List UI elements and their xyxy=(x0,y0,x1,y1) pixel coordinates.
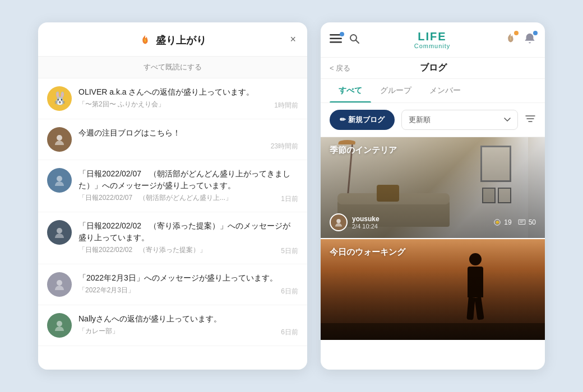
tab-メンバー[interactable]: メンバー xyxy=(420,79,470,102)
notif-time: 1日前 xyxy=(281,194,298,204)
blog-reactions: 😊 19 xyxy=(493,218,511,226)
blog-author-avatar xyxy=(330,213,348,231)
notification-item[interactable]: 今週の注目ブログはこちら！ 23時間前 xyxy=(38,119,307,160)
notif-content: OLIVER a.k.a さんへの返信が盛り上っています。 「〜第2回〜 ふりか… xyxy=(78,86,298,110)
svg-rect-6 xyxy=(330,38,342,40)
blog-list: 季節のインテリア yousuke 2/4 10:24 😊 19 xyxy=(321,137,545,370)
header-left xyxy=(330,33,360,47)
back-bar: < 戻る ブログ xyxy=(321,58,545,79)
close-button[interactable]: × xyxy=(290,34,296,44)
notif-avatar: 🐰 xyxy=(47,86,72,111)
blog-panel: LIFE Community xyxy=(321,22,545,370)
notifications-title: 盛り上がり xyxy=(139,34,206,47)
blog-comments: 50 xyxy=(517,218,536,226)
notif-sub: 「日報2022/02/07 （朝活部がどんどん盛り上...」 1日前 xyxy=(78,193,298,204)
notif-time: 1時間前 xyxy=(274,101,298,110)
notif-time: 5日前 xyxy=(281,246,298,256)
notif-text: 「日報2022/02/02 （寄り添った提案）」へのメッセージが盛り上っています… xyxy=(78,220,298,244)
blog-card[interactable]: 今日のウォーキング xyxy=(321,239,545,340)
svg-rect-7 xyxy=(330,41,342,43)
life-logo: LIFE Community xyxy=(414,30,451,49)
svg-point-1 xyxy=(57,176,62,181)
mark-read-bar[interactable]: すべて既読にする xyxy=(38,57,307,78)
flame-notification-dot xyxy=(514,31,519,35)
notification-item[interactable]: Nallyさんへの返信が盛り上っています。 「カレー部」 6日前 xyxy=(38,305,307,346)
blog-author-info: yousuke 2/4 10:24 xyxy=(352,215,488,230)
notif-sub: 「2022年2月3日」 6日前 xyxy=(78,286,298,296)
notification-item[interactable]: 「2022年2月3日」へのメッセージが盛り上っています。 「2022年2月3日」… xyxy=(38,264,307,305)
svg-point-3 xyxy=(57,280,62,286)
bell-notification-dot xyxy=(533,31,538,35)
action-bar: ✏ 新規ブログ 更新順 xyxy=(321,103,545,137)
blog-card-title: 季節のインテリア xyxy=(330,145,397,156)
new-blog-button[interactable]: ✏ 新規ブログ xyxy=(330,110,395,130)
notifications-panel: 盛り上がり × すべて既読にする 🐰 OLIVER a.k.a さんへの返信が盛… xyxy=(38,22,307,370)
app-container: 盛り上がり × すべて既読にする 🐰 OLIVER a.k.a さんへの返信が盛… xyxy=(0,0,583,392)
notif-content: 今週の注目ブログはこちら！ 23時間前 xyxy=(78,127,298,151)
menu-notification-dot xyxy=(340,32,344,36)
notif-text: Nallyさんへの返信が盛り上っています。 xyxy=(78,313,298,325)
right-header: LIFE Community xyxy=(321,22,545,58)
svg-text:😊: 😊 xyxy=(496,221,499,225)
notif-sub: 「日報2022/02/02 （寄り添った提案）」 5日前 xyxy=(78,245,298,256)
svg-point-0 xyxy=(57,135,62,141)
back-button[interactable]: < 戻る xyxy=(330,63,350,73)
tab-すべて[interactable]: すべて xyxy=(330,79,371,102)
filter-icon[interactable] xyxy=(525,114,536,126)
notif-avatar xyxy=(47,127,72,152)
svg-point-13 xyxy=(336,219,341,223)
notif-avatar xyxy=(47,168,72,193)
notif-avatar xyxy=(47,313,72,338)
notification-item[interactable]: 「日報2022/02/07 （朝活部がどんどん盛り上がってきました）」へのメッセ… xyxy=(38,160,307,212)
notif-text: 今週の注目ブログはこちら！ xyxy=(78,127,298,139)
notif-content: 「日報2022/02/07 （朝活部がどんどん盛り上がってきました）」へのメッセ… xyxy=(78,168,298,204)
notif-sub: 「〜第2回〜 ふりかえり会」 1時間前 xyxy=(78,100,298,110)
page-title: ブログ xyxy=(353,62,513,74)
fire-icon xyxy=(139,34,151,46)
notif-text: 「2022年2月3日」へのメッセージが盛り上っています。 xyxy=(78,272,298,284)
notif-sub: 23時間前 xyxy=(78,141,298,151)
tabs-row: すべてグループメンバー xyxy=(321,79,545,103)
notif-content: 「日報2022/02/02 （寄り添った提案）」へのメッセージが盛り上っています… xyxy=(78,220,298,256)
tab-グループ[interactable]: グループ xyxy=(371,79,420,102)
notifications-header: 盛り上がり × xyxy=(38,22,307,57)
notif-time: 6日前 xyxy=(281,328,298,337)
notif-content: Nallyさんへの返信が盛り上っています。 「カレー部」 6日前 xyxy=(78,313,298,337)
flame-icon[interactable] xyxy=(505,32,517,48)
notifications-list: 🐰 OLIVER a.k.a さんへの返信が盛り上っています。 「〜第2回〜 ふ… xyxy=(38,78,307,370)
notif-time: 23時間前 xyxy=(271,142,298,151)
notif-avatar xyxy=(47,272,72,297)
blog-card[interactable]: 季節のインテリア yousuke 2/4 10:24 😊 19 xyxy=(321,137,545,238)
svg-point-2 xyxy=(57,228,62,234)
notif-content: 「2022年2月3日」へのメッセージが盛り上っています。 「2022年2月3日」… xyxy=(78,272,298,296)
blog-stats: 😊 19 50 xyxy=(493,218,536,226)
svg-point-4 xyxy=(57,321,62,326)
bell-icon[interactable] xyxy=(524,32,536,48)
blog-card-title: 今日のウォーキング xyxy=(330,247,405,258)
svg-line-9 xyxy=(356,40,359,43)
notification-item[interactable]: 「日報2022/02/02 （寄り添った提案）」へのメッセージが盛り上っています… xyxy=(38,212,307,264)
notification-item[interactable]: 🐰 OLIVER a.k.a さんへの返信が盛り上っています。 「〜第2回〜 ふ… xyxy=(38,78,307,119)
notif-text: OLIVER a.k.a さんへの返信が盛り上っています。 xyxy=(78,86,298,98)
notif-avatar xyxy=(47,220,72,245)
header-right xyxy=(505,32,536,48)
notif-sub: 「カレー部」 6日前 xyxy=(78,326,298,337)
notif-time: 6日前 xyxy=(281,287,298,296)
menu-icon[interactable] xyxy=(330,34,342,45)
notif-text: 「日報2022/02/07 （朝活部がどんどん盛り上がってきました）」へのメッセ… xyxy=(78,168,298,192)
blog-author-name: yousuke xyxy=(352,215,488,223)
blog-date: 2/4 10:24 xyxy=(352,223,488,230)
chevron-down-icon xyxy=(504,118,511,122)
blog-card-footer: yousuke 2/4 10:24 😊 19 50 xyxy=(330,213,536,231)
sort-dropdown[interactable]: 更新順 xyxy=(401,110,518,130)
search-icon[interactable] xyxy=(349,33,360,47)
